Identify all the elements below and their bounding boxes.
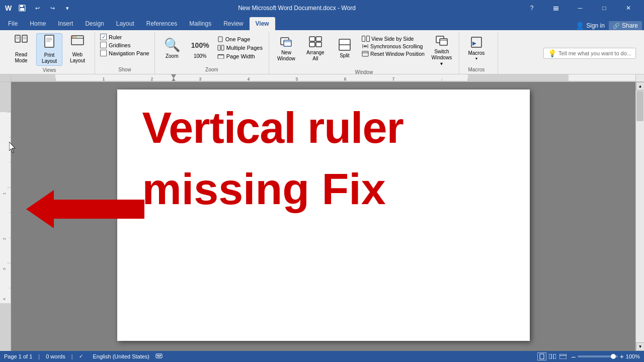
svg-text:2: 2 — [150, 76, 153, 81]
horizontal-ruler-area: 1 2 3 4 5 6 7 — [0, 74, 644, 82]
web-layout-button[interactable]: WebLayout — [64, 33, 91, 65]
proofing-icon[interactable]: ✓ — [79, 353, 87, 360]
minimize-button[interactable]: ─ — [569, 0, 592, 16]
tell-me-box[interactable]: 💡 Tell me what you want to do... — [543, 48, 636, 59]
input-mode-icon[interactable] — [155, 352, 163, 360]
ribbon-tabs: File Home Insert Design Layout Reference… — [0, 16, 644, 30]
red-arrow — [26, 190, 144, 228]
ruler-check-icon — [100, 34, 107, 40]
views-group-label: Views — [8, 66, 91, 74]
zoom-100-label: 100% — [194, 53, 207, 59]
redo-button[interactable]: ↪ — [46, 2, 58, 14]
zoom-100-button[interactable]: 100% 100% — [187, 33, 213, 63]
svg-text:1: 1 — [102, 76, 105, 81]
window-group: NewWindow ArrangeAll Split — [269, 32, 459, 74]
one-page-button[interactable]: One Page — [215, 35, 265, 43]
tab-design[interactable]: Design — [79, 17, 110, 30]
svg-rect-85 — [160, 355, 161, 356]
tab-review[interactable]: Review — [217, 17, 249, 30]
tab-view[interactable]: View — [250, 17, 275, 30]
tab-insert[interactable]: Insert — [52, 17, 79, 30]
read-mode-button[interactable]: ReadMode — [8, 33, 34, 65]
svg-rect-89 — [553, 354, 556, 359]
reset-window-icon — [362, 51, 369, 57]
svg-rect-86 — [157, 356, 160, 357]
maximize-button[interactable]: □ — [593, 0, 616, 16]
tab-mailings[interactable]: Mailings — [183, 17, 217, 30]
zoom-button[interactable]: 🔍 Zoom — [159, 33, 185, 63]
view-mode-icons — [537, 352, 568, 360]
scroll-down-button[interactable]: ▼ — [636, 342, 644, 351]
zoom-thumb — [611, 354, 616, 359]
close-button[interactable]: ✕ — [617, 0, 640, 16]
save-button[interactable] — [16, 2, 28, 14]
zoom-options: One Page Multiple Pages Page Width — [215, 35, 265, 60]
tab-references[interactable]: References — [140, 17, 183, 30]
nav-pane-label: Navigation Pane — [109, 50, 149, 56]
separator-2: | — [71, 353, 73, 359]
help-icon[interactable]: ? — [520, 0, 543, 16]
arrange-all-icon — [309, 35, 322, 50]
zoom-100-icon: 100% — [191, 41, 209, 50]
gridlines-label: Gridlines — [109, 42, 130, 48]
document-area: Vertical ruler missing Fix — [11, 82, 635, 351]
show-group-content: Ruler Gridlines Navigation Pane — [99, 33, 150, 65]
print-layout-button[interactable]: PrintLayout — [36, 33, 62, 66]
scroll-up-button[interactable]: ▲ — [636, 82, 644, 90]
split-icon — [338, 38, 351, 53]
vertical-scrollbar[interactable]: ▲ ▼ — [635, 82, 644, 351]
nav-pane-checkbox[interactable]: Navigation Pane — [99, 49, 150, 57]
split-button[interactable]: Split — [332, 33, 358, 63]
view-side-by-side-button[interactable]: View Side by Side — [361, 35, 426, 42]
undo-button[interactable]: ↩ — [31, 2, 43, 14]
ribbon-display-button[interactable] — [544, 0, 568, 16]
svg-rect-4 — [20, 8, 24, 11]
zoom-slider[interactable] — [578, 355, 618, 357]
print-view-icon[interactable] — [537, 352, 546, 360]
page-width-label: Page Width — [226, 53, 255, 59]
macros-button[interactable]: ▶ Macros ▾ — [463, 33, 490, 63]
customize-qat-button[interactable]: ▾ — [61, 2, 73, 14]
svg-point-22 — [75, 37, 76, 38]
word-count: 0 words — [46, 353, 65, 359]
one-page-label: One Page — [225, 36, 251, 42]
multiple-pages-button[interactable]: Multiple Pages — [215, 44, 265, 52]
sync-scrolling-button[interactable]: Synchronous Scrolling — [361, 43, 426, 50]
ruler-checkbox[interactable]: Ruler — [99, 33, 150, 41]
svg-rect-46 — [11, 74, 55, 81]
scroll-track — [636, 90, 644, 342]
new-window-button[interactable]: NewWindow — [273, 33, 299, 63]
tell-me-text: Tell me what you want to do... — [558, 50, 631, 56]
svg-text:W: W — [5, 4, 12, 12]
svg-text:6: 6 — [344, 76, 346, 81]
reset-window-button[interactable]: Reset Window Position — [361, 50, 426, 57]
arrange-all-button[interactable]: ArrangeAll — [302, 33, 329, 63]
lightbulb-icon: 💡 — [548, 49, 556, 57]
document-page[interactable]: Vertical ruler missing Fix — [117, 89, 530, 341]
language[interactable]: English (United States) — [93, 353, 150, 359]
show-group: Ruler Gridlines Navigation Pane Show — [95, 32, 155, 74]
tab-layout[interactable]: Layout — [110, 17, 140, 30]
tab-home[interactable]: Home — [24, 17, 52, 30]
switch-windows-button[interactable]: SwitchWindows ▾ — [429, 33, 455, 68]
status-bar-right: – + 100% — [537, 352, 640, 360]
scroll-thumb[interactable] — [636, 91, 643, 121]
zoom-percent[interactable]: 100% — [626, 353, 640, 359]
arrow-head — [26, 190, 54, 228]
gridlines-check-icon — [100, 42, 107, 48]
web-view-icon[interactable] — [558, 352, 568, 360]
one-page-icon — [217, 36, 223, 42]
zoom-out-button[interactable]: – — [572, 352, 576, 360]
gridlines-checkbox[interactable]: Gridlines — [99, 41, 150, 49]
tab-file[interactable]: File — [2, 17, 24, 30]
read-view-icon[interactable] — [548, 352, 557, 360]
signin-button[interactable]: 👤 Sign in — [576, 22, 605, 30]
zoom-in-button[interactable]: + — [620, 352, 624, 360]
svg-rect-47 — [468, 74, 569, 81]
page-width-button[interactable]: Page Width — [215, 52, 265, 60]
ruler-corner — [0, 74, 11, 81]
views-group: ReadMode PrintLayout WebLayout Views — [4, 32, 95, 74]
header-right: 👤 Sign in 🔗 Share — [576, 21, 642, 30]
vertical-ruler: 1 2 3 4 — [0, 82, 11, 351]
share-button[interactable]: 🔗 Share — [609, 21, 642, 30]
